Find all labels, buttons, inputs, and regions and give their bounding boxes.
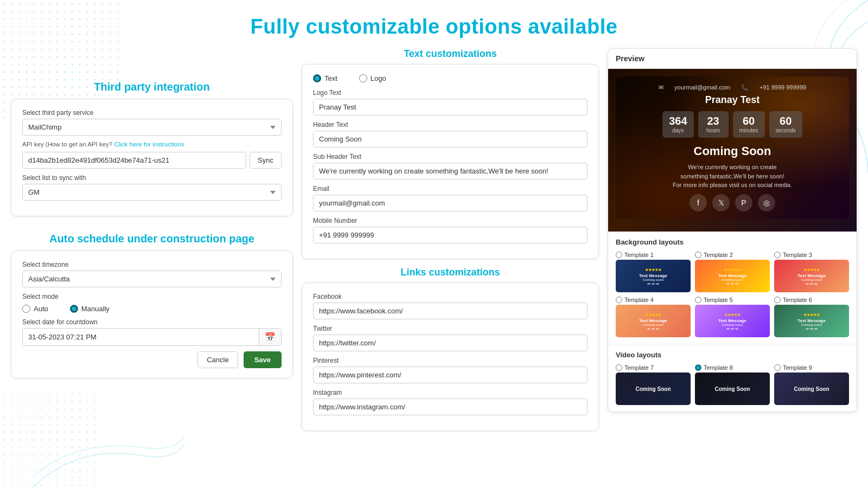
countdown-container: 364 days 23 hours 60 minutes 60 [623,111,841,138]
text-radio[interactable] [313,74,321,82]
template-1-label: Template 1 [624,252,654,258]
video-template-7-item: Template 7 Coming Soon [616,364,691,405]
video-template-8-thumb[interactable]: Coming Soon [695,373,770,405]
preview-coming-soon: Coming Soon [623,144,841,158]
sync-button[interactable]: Sync [250,152,282,169]
template-2-thumb[interactable]: ★★★★★Test MessageComing soon [695,260,770,292]
template-1-radio[interactable] [616,252,622,258]
instagram-input[interactable] [313,399,588,415]
template-4-thumb[interactable]: ★★★★★Test MessageComing soon [616,305,691,337]
logo-text-input[interactable] [313,99,588,115]
template-6-thumb[interactable]: ★★★★★Test MessageComing soon [774,305,849,337]
preview-email-icon: ✉ [659,84,663,91]
video-layouts-section: Video layouts Template 7 Coming Soon [608,344,857,412]
template-4-label: Template 4 [624,297,654,303]
third-party-title: Third party integration [11,81,293,93]
sub-header-input[interactable] [313,163,588,179]
facebook-input[interactable] [313,303,588,319]
left-column: Third party integration Select third par… [11,48,293,431]
template-6-label: Template 6 [783,297,812,303]
preview-email: yourmail@gmail.com [674,84,730,91]
third-party-card: Select third party service MailChimp API… [11,99,293,216]
text-radio-label[interactable]: Text [313,74,337,82]
template-1-thumb[interactable]: ★★★★★Test MessageComing soon [616,260,691,292]
minutes-label: minutes [739,127,758,133]
video-layouts-title: Video layouts [616,351,849,359]
twitter-label: Twitter [313,325,588,332]
header-text-input[interactable] [313,131,588,147]
video-template-7-radio-row: Template 7 [616,364,691,371]
video-template-9-label: Template 9 [783,364,812,371]
template-5-item: Template 5 ★★★★★Test MessageComing soon [695,297,770,337]
countdown-days: 364 days [662,111,693,138]
links-customizations-section: Links customizations Facebook Twitter Pi… [302,267,599,431]
text-customizations-section: Text customizations Text Logo Logo Text … [302,48,599,259]
mode-auto-radio[interactable] [22,305,30,313]
mode-manually-radio[interactable] [70,305,78,313]
api-instructions-link[interactable]: Click here for instructions [114,141,184,147]
video-template-9-thumb[interactable]: Coming Soon [774,373,849,405]
twitter-input[interactable] [313,335,588,351]
mode-label: Select mode [22,293,282,300]
calendar-icon: 📅 [259,329,281,345]
hours-number: 23 [705,115,722,126]
video-template-grid: Template 7 Coming Soon Template 8 Coming… [616,364,849,405]
minutes-number: 60 [739,115,758,126]
mode-manually-label[interactable]: Manually [70,305,110,313]
video-template-8-radio[interactable] [695,364,701,371]
countdown-seconds: 60 seconds [769,111,802,138]
auto-schedule-section: Auto schedule under construction page Se… [11,227,293,378]
video-template-9-radio-row: Template 9 [774,364,849,371]
mode-auto-label[interactable]: Auto [22,305,48,313]
template-6-radio-row: Template 6 [774,297,849,303]
mobile-input[interactable] [313,227,588,243]
template-5-radio[interactable] [695,297,701,303]
template-2-label: Template 2 [704,252,733,258]
pinterest-label: Pinterest [313,357,588,364]
list-select[interactable]: GM [22,184,282,201]
text-customizations-title: Text customizations [302,48,599,60]
date-input[interactable] [23,329,259,345]
header-text-label: Header Text [313,121,588,129]
template-4-radio[interactable] [616,297,622,303]
save-button[interactable]: Save [244,351,282,368]
preview-top-bar: ✉ yourmail@gmail.com 📞 +91 9999 999999 [623,84,841,91]
video-template-7-radio[interactable] [616,364,622,371]
template-5-thumb[interactable]: ★★★★★Test MessageComing soon [695,305,770,337]
template-3-item: Template 3 ★★★★★Test MessageComing soon [774,252,849,292]
service-select[interactable]: MailChimp [22,119,282,136]
api-key-input[interactable] [22,152,246,169]
pinterest-input[interactable] [313,367,588,383]
auto-schedule-card: Select timezone Asia/Calcutta Select mod… [11,251,293,378]
pinterest-social-icon[interactable]: P [735,194,752,211]
template-6-radio[interactable] [774,297,781,303]
facebook-social-icon[interactable]: f [690,194,707,211]
twitter-social-icon[interactable]: 𝕏 [712,194,730,211]
seconds-label: seconds [776,127,796,133]
video-template-7-label: Template 7 [624,364,654,371]
template-6-item: Template 6 ★★★★★Test MessageComing soon [774,297,849,337]
logo-radio-label[interactable]: Logo [359,74,386,82]
video-template-9-radio[interactable] [774,364,781,371]
template-3-radio[interactable] [774,252,781,258]
preview-header: Preview [608,49,857,69]
timezone-select[interactable]: Asia/Calcutta [22,271,282,287]
template-3-thumb[interactable]: ★★★★★Test MessageComing soon [774,260,849,292]
video-template-7-thumb[interactable]: Coming Soon [616,373,691,405]
template-2-radio[interactable] [695,252,701,258]
preview-screen: ✉ yourmail@gmail.com 📞 +91 9999 999999 P… [608,69,857,232]
links-customizations-card: Facebook Twitter Pinterest Instagram [302,282,599,431]
links-customizations-title: Links customizations [302,267,599,278]
logo-radio[interactable] [359,74,367,82]
instagram-label: Instagram [313,389,588,396]
api-key-hint: API key (How to get an API key? Click he… [22,141,282,147]
email-label: Email [313,185,588,192]
days-label: days [669,127,687,133]
text-logo-radio-group: Text Logo [313,74,588,82]
instagram-social-icon[interactable]: ◎ [758,194,775,211]
hours-label: hours [705,127,722,133]
template-3-label: Template 3 [783,252,812,258]
cancel-button[interactable]: Cancle [197,351,238,368]
email-input[interactable] [313,195,588,211]
video-template-8-label: Template 8 [704,364,733,371]
